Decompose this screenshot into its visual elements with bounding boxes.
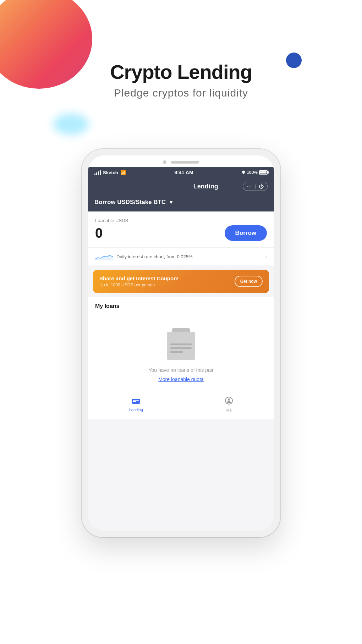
app-navbar: Lending ··· | ⏻ bbox=[88, 178, 274, 195]
interest-left: Daily interest rate chart, from 0.025% bbox=[95, 253, 193, 260]
clipboard-line-1 bbox=[170, 343, 192, 345]
page-subtitle: Pledge cryptos for liquidity bbox=[0, 87, 362, 99]
svg-point-4 bbox=[228, 398, 230, 401]
more-quota-link[interactable]: More loanable quota bbox=[158, 376, 204, 382]
loanable-value: 0 bbox=[95, 226, 103, 241]
clipboard-line-3 bbox=[170, 351, 183, 353]
chevron-right-icon: › bbox=[265, 253, 267, 260]
interest-rate-chart bbox=[95, 253, 113, 260]
borrow-button[interactable]: Borrow bbox=[225, 225, 267, 241]
wifi-icon: 📶 bbox=[120, 170, 126, 175]
clipboard-lines bbox=[170, 343, 192, 355]
nav-actions[interactable]: ··· | ⏻ bbox=[243, 182, 268, 191]
nav-divider: | bbox=[255, 184, 256, 189]
phone-dot bbox=[163, 160, 166, 164]
empty-state: You have no loans of this pair More loan… bbox=[88, 314, 274, 393]
battery-percent: 100% bbox=[247, 170, 258, 175]
me-tab-icon bbox=[225, 397, 233, 407]
page-title: Crypto Lending bbox=[0, 60, 362, 83]
signal-bar-4 bbox=[100, 170, 101, 175]
status-time: 9:41 AM bbox=[174, 170, 193, 175]
battery-fill bbox=[260, 171, 267, 174]
bg-blob-cyan bbox=[53, 114, 89, 135]
signal-bar-1 bbox=[94, 174, 95, 175]
tab-bar: Lending Me bbox=[88, 393, 274, 419]
nav-dots-icon: ··· bbox=[247, 183, 252, 189]
promo-banner[interactable]: Share and get Interest Coupon! Up to 100… bbox=[93, 270, 269, 293]
signal-bars bbox=[94, 170, 101, 175]
my-loans-section: My loans bbox=[88, 297, 274, 314]
status-left: Sketch 📶 bbox=[94, 170, 126, 175]
tab-me-label: Me bbox=[226, 408, 232, 412]
tab-lending-label: Lending bbox=[129, 408, 143, 412]
dropdown-button[interactable]: Borrow USDS/Stake BTC ▼ bbox=[94, 199, 268, 206]
phone-pill bbox=[171, 161, 199, 164]
page-header: Crypto Lending Pledge cryptos for liquid… bbox=[0, 60, 362, 99]
chevron-down-icon: ▼ bbox=[169, 199, 174, 205]
promo-text-block: Share and get Interest Coupon! Up to 100… bbox=[99, 275, 235, 287]
tab-lending[interactable]: Lending bbox=[129, 397, 143, 412]
dropdown-label: Borrow USDS/Stake BTC bbox=[94, 199, 166, 206]
app-title: Lending bbox=[169, 183, 243, 190]
clipboard-line-2 bbox=[170, 347, 192, 349]
loanable-row: 0 Borrow bbox=[95, 225, 267, 241]
nav-pill-button[interactable]: ··· | ⏻ bbox=[243, 182, 268, 191]
phone-outer: Sketch 📶 9:41 AM ✱ 100% Lending bbox=[82, 149, 280, 537]
dropdown-bar[interactable]: Borrow USDS/Stake BTC ▼ bbox=[88, 195, 274, 211]
carrier-label: Sketch bbox=[103, 170, 118, 175]
empty-clipboard-icon bbox=[167, 328, 195, 360]
svg-rect-2 bbox=[133, 401, 136, 402]
nav-power-icon: ⏻ bbox=[259, 183, 264, 189]
phone-mockup: Sketch 📶 9:41 AM ✱ 100% Lending bbox=[82, 149, 280, 537]
bluetooth-icon: ✱ bbox=[242, 170, 245, 175]
lending-tab-icon bbox=[132, 397, 140, 406]
promo-subtitle: Up to 1000 USDS per person bbox=[99, 282, 235, 287]
phone-content: Loanable USDS 0 Borrow Daily interest ra… bbox=[88, 211, 274, 531]
get-now-button[interactable]: Get now bbox=[235, 276, 263, 287]
svg-rect-1 bbox=[133, 400, 139, 401]
status-right: ✱ 100% bbox=[242, 170, 268, 175]
tab-me[interactable]: Me bbox=[225, 397, 233, 412]
clipboard-body bbox=[167, 332, 195, 360]
phone-top-bar bbox=[88, 155, 274, 167]
battery-icon bbox=[259, 170, 268, 175]
status-bar: Sketch 📶 9:41 AM ✱ 100% bbox=[88, 167, 274, 178]
loanable-card: Loanable USDS 0 Borrow bbox=[88, 211, 274, 247]
empty-loans-text: You have no loans of this pair bbox=[148, 367, 213, 373]
interest-row[interactable]: Daily interest rate chart, from 0.025% › bbox=[88, 247, 274, 265]
signal-bar-3 bbox=[98, 171, 99, 175]
signal-bar-2 bbox=[96, 172, 97, 175]
phone-inner: Sketch 📶 9:41 AM ✱ 100% Lending bbox=[88, 155, 274, 531]
interest-text: Daily interest rate chart, from 0.025% bbox=[116, 254, 193, 259]
my-loans-title: My loans bbox=[95, 303, 267, 309]
loanable-label: Loanable USDS bbox=[95, 218, 267, 223]
promo-title: Share and get Interest Coupon! bbox=[99, 275, 235, 281]
